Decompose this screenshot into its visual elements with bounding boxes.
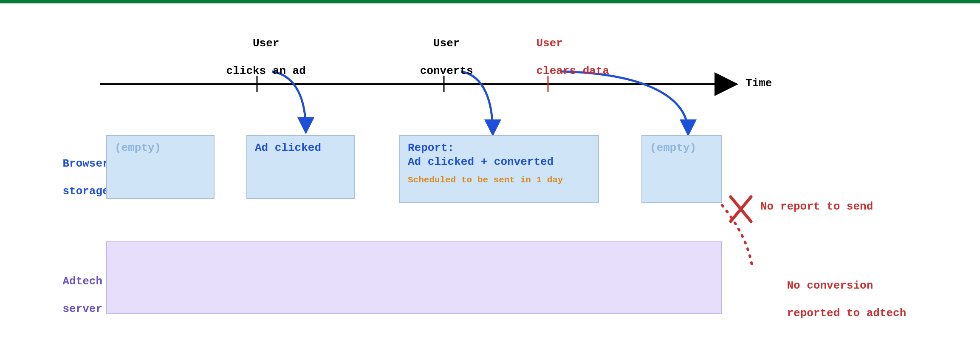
storage-box-text: (empty) <box>650 142 696 154</box>
storage-box-note: Scheduled to be sent in 1 day <box>408 175 590 186</box>
storage-box-text: (empty) <box>115 142 161 154</box>
adtech-server-box <box>106 241 722 314</box>
storage-box-empty-after: (empty) <box>641 135 722 203</box>
arrow-failed-send <box>722 205 752 265</box>
timeline-axis-label: Time <box>746 77 772 91</box>
row-label-adtech-server: Adtech server <box>36 261 102 330</box>
event-convert-label: User converts <box>393 23 473 92</box>
storage-box-line2: Ad clicked + converted <box>408 155 590 169</box>
annotation-no-conversion: No conversion reported to adtech <box>760 265 906 334</box>
svg-line-1 <box>731 197 751 221</box>
svg-line-0 <box>731 197 751 221</box>
storage-box-report: Report: Ad clicked + converted Scheduled… <box>399 135 599 203</box>
annotation-no-report: No report to send <box>760 200 873 214</box>
storage-box-ad-clicked: Ad clicked <box>246 135 355 199</box>
event-click-label: User clicks an ad <box>200 23 306 92</box>
diagram-stage: User clicks an ad User converts User cle… <box>0 0 980 343</box>
storage-box-empty-before: (empty) <box>106 135 215 199</box>
x-mark <box>731 197 751 221</box>
storage-box-line1: Report: <box>408 141 590 155</box>
storage-box-text: Ad clicked <box>255 142 321 154</box>
event-clear-label: User clears data <box>510 23 609 92</box>
row-label-browser-storage: Browser storage <box>36 143 109 212</box>
